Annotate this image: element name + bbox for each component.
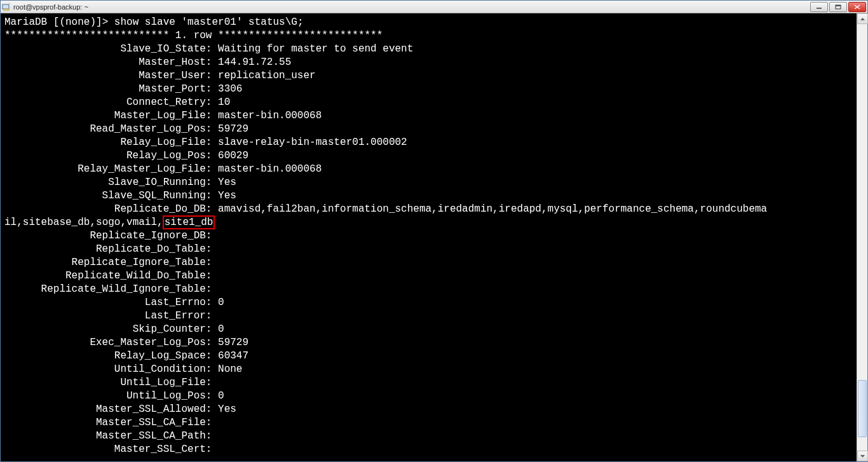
kv-relay-log-space: Relay_Log_Space: 60347: [4, 350, 864, 363]
kv-until-log-pos: Until_Log_Pos: 0: [4, 390, 864, 403]
svg-line-2: [9, 3, 10, 4]
kv-master-user: Master_User: replication_user: [4, 69, 864, 83]
titlebar[interactable]: root@vpsprof-backup: ~: [1, 1, 867, 13]
kv-skip-counter: Skip_Counter: 0: [4, 323, 864, 336]
kv-last-errno: Last_Errno: 0: [4, 296, 864, 309]
kv-replicate-ignore-table: Replicate_Ignore_Table:: [4, 256, 864, 269]
kv-exec-master-log-pos: Exec_Master_Log_Pos: 59729: [4, 336, 864, 350]
prompt-label: MariaDB [(none)]>: [4, 17, 108, 28]
kv-master-host: Master_Host: 144.91.72.55: [4, 56, 864, 69]
terminal-output[interactable]: MariaDB [(none)]> show slave 'master01' …: [1, 13, 867, 461]
kv-master-ssl-cert: Master_SSL_Cert:: [4, 443, 864, 456]
kv-replicate-wild-do-table: Replicate_Wild_Do_Table:: [4, 269, 864, 283]
kv-read-master-log-pos: Read_Master_Log_Pos: 59729: [4, 123, 864, 136]
kv-master-log-file: Master_Log_File: master-bin.000068: [4, 109, 864, 123]
scrollbar-track[interactable]: [857, 24, 867, 451]
kv-master-ssl-ca-path: Master_SSL_CA_Path:: [4, 430, 864, 443]
kv-last-error: Last_Error:: [4, 309, 864, 323]
kv-relay-log-pos: Relay_Log_Pos: 60029: [4, 149, 864, 163]
window-title: root@vpsprof-backup: ~: [13, 3, 810, 11]
kv-replicate-do-db-wrap: il,sitebase_db,sogo,vmail,site1_db: [4, 216, 864, 229]
svg-marker-8: [860, 18, 865, 20]
putty-icon: [2, 3, 11, 11]
kv-master-port: Master_Port: 3306: [4, 83, 864, 96]
terminal-window: root@vpsprof-backup: ~ MariaDB [(none)]>…: [0, 0, 868, 462]
kv-relay-master-log-file: Relay_Master_Log_File: master-bin.000068: [4, 163, 864, 176]
kv-relay-log-file: Relay_Log_File: slave-relay-bin-master01…: [4, 136, 864, 149]
command-text: show slave 'master01' status\G;: [114, 17, 304, 28]
kv-slave-io-running: Slave_IO_Running: Yes: [4, 176, 864, 189]
scroll-down-button[interactable]: [857, 451, 868, 461]
svg-rect-0: [3, 4, 9, 9]
kv-until-log-file: Until_Log_File:: [4, 376, 864, 390]
maximize-button[interactable]: [829, 2, 847, 12]
kv-replicate-wild-ignore-table: Replicate_Wild_Ignore_Table:: [4, 283, 864, 296]
scrollbar-thumb[interactable]: [858, 380, 867, 437]
window-controls: [810, 2, 866, 12]
kv-master-ssl-ca-file: Master_SSL_CA_File:: [4, 416, 864, 430]
kv-replicate-do-db: Replicate_Do_DB: amavisd,fail2ban,inform…: [4, 203, 864, 216]
svg-rect-1: [4, 9, 9, 10]
kv-slave-sql-running: Slave_SQL_Running: Yes: [4, 189, 864, 203]
vertical-scrollbar[interactable]: [857, 13, 867, 461]
kv-replicate-do-table: Replicate_Do_Table:: [4, 243, 864, 256]
minimize-button[interactable]: [810, 2, 828, 12]
close-button[interactable]: [848, 2, 866, 12]
kv-connect-retry: Connect_Retry: 10: [4, 96, 864, 109]
scroll-up-button[interactable]: [857, 13, 868, 24]
kv-master-ssl-allowed: Master_SSL_Allowed: Yes: [4, 403, 864, 416]
highlighted-db: site1_db: [163, 215, 215, 229]
kv-slave-io-state: Slave_IO_State: Waiting for master to se…: [4, 43, 864, 56]
svg-marker-9: [860, 455, 865, 458]
kv-replicate-ignore-db: Replicate_Ignore_DB:: [4, 229, 864, 243]
kv-until-condition: Until_Condition: None: [4, 363, 864, 376]
row-separator: *************************** 1. row *****…: [4, 30, 383, 41]
